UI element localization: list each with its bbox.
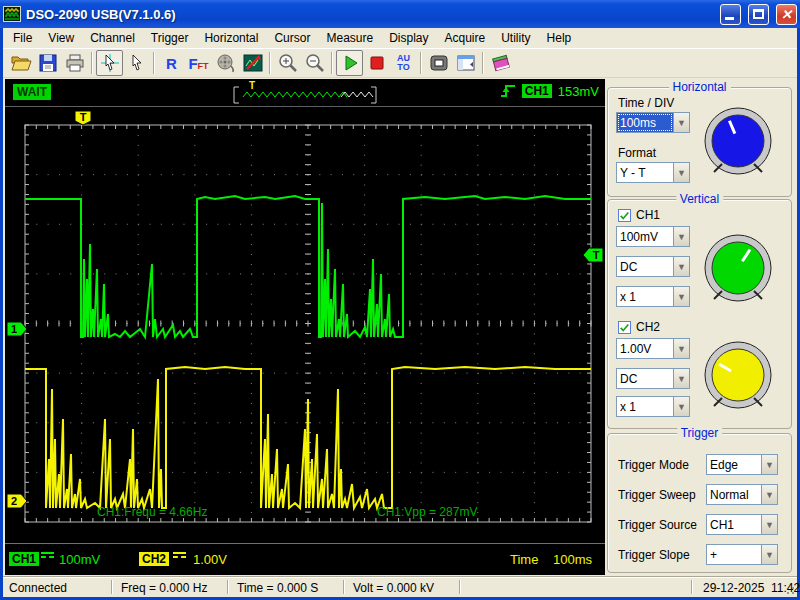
app-logo-icon <box>3 6 21 22</box>
menu-measure[interactable]: Measure <box>318 29 381 47</box>
menu-horizontal[interactable]: Horizontal <box>196 29 266 47</box>
fft-icon: FFT <box>188 56 208 71</box>
ch2-position-knob[interactable] <box>702 340 774 412</box>
fft-button[interactable]: FFT <box>185 50 212 76</box>
trigger-mode-select[interactable]: Edge▼ <box>706 454 778 475</box>
freq-measurement: CH1:Frequ = 4.66Hz <box>97 505 207 519</box>
time-readout: Time = 0.000 S <box>237 581 318 595</box>
fullscreen-button[interactable] <box>425 50 452 76</box>
save-button[interactable] <box>34 50 61 76</box>
print-button[interactable] <box>61 50 88 76</box>
freq-readout: Freq = 0.000 Hz <box>121 581 207 595</box>
ch2-volt-select[interactable]: 1.00V▼ <box>616 338 690 359</box>
svg-text:1: 1 <box>11 323 17 335</box>
autoset-button[interactable]: AUTO <box>390 50 417 76</box>
ch1-checkbox-label: CH1 <box>636 208 660 222</box>
status-separator <box>343 580 345 594</box>
ch1-checkbox[interactable] <box>618 209 631 222</box>
open-folder-icon <box>10 52 32 74</box>
window-title: DSO-2090 USB(V7.1.0.6) <box>26 7 713 22</box>
time-div-knob[interactable] <box>702 106 774 178</box>
maximize-button[interactable] <box>748 4 769 25</box>
menu-cursor[interactable]: Cursor <box>266 29 318 47</box>
toolbar-separator <box>482 52 484 74</box>
ch2-waveform <box>25 367 591 508</box>
chevron-down-icon: ▼ <box>673 397 689 416</box>
menu-acquire[interactable]: Acquire <box>437 29 494 47</box>
ch1-dc-coupling-icon <box>41 552 54 558</box>
app-window: DSO-2090 USB(V7.1.0.6) ✕ File View Chann… <box>0 0 800 600</box>
help-button[interactable] <box>487 50 514 76</box>
panel-layout-button[interactable] <box>452 50 479 76</box>
trigger-sweep-label: Trigger Sweep <box>618 488 696 502</box>
ch2-scale-badge: CH2 <box>139 552 169 566</box>
trigger-position-widget[interactable]: T <box>234 80 376 103</box>
record-button[interactable] <box>212 50 239 76</box>
cursor-button[interactable] <box>123 50 150 76</box>
ch1-probe-select[interactable]: x 1▼ <box>616 286 690 307</box>
menu-channel[interactable]: Channel <box>82 29 143 47</box>
trigger-slope-label: Trigger Slope <box>618 548 690 562</box>
ch1-volt-select[interactable]: 100mV▼ <box>616 226 690 247</box>
zoom-in-button[interactable] <box>274 50 301 76</box>
status-bar: Connected Freq = 0.000 Hz Time = 0.000 S… <box>3 576 797 597</box>
help-book-icon <box>490 52 512 74</box>
ch1-enable-row[interactable]: CH1 <box>618 208 660 222</box>
stop-icon <box>366 52 388 74</box>
svg-text:2: 2 <box>11 495 17 507</box>
ch2-probe-select[interactable]: x 1▼ <box>616 396 690 417</box>
close-button[interactable]: ✕ <box>776 4 797 25</box>
chevron-down-icon: ▼ <box>673 369 689 388</box>
open-button[interactable] <box>7 50 34 76</box>
start-button[interactable] <box>336 50 363 76</box>
waveform-canvas[interactable]: T 12TT CH1:Frequ = 4.66Hz CH1:Vpp = 287m… <box>5 79 605 575</box>
chevron-down-icon: ▼ <box>761 485 777 504</box>
ch1-position-knob[interactable] <box>702 233 774 305</box>
toolbar-separator <box>420 52 422 74</box>
minimize-button[interactable] <box>720 4 741 25</box>
volt-readout: Volt = 0.000 kV <box>353 581 434 595</box>
menu-help[interactable]: Help <box>539 29 580 47</box>
format-select[interactable]: Y - T▼ <box>616 162 690 183</box>
ch2-checkbox[interactable] <box>618 321 631 334</box>
cursor-crosshair-icon <box>99 52 121 74</box>
time-div-select[interactable]: 100ms▼ <box>616 112 690 133</box>
time-label: Time <box>510 552 538 567</box>
menu-file[interactable]: File <box>5 29 40 47</box>
chevron-down-icon: ▼ <box>761 515 777 534</box>
zoom-in-icon <box>277 52 299 74</box>
ch1-coupling-select[interactable]: DC▼ <box>616 256 690 277</box>
ch1-scale-badge: CH1 <box>9 552 39 566</box>
ch2-coupling-select[interactable]: DC▼ <box>616 368 690 389</box>
scope-display[interactable]: WAIT CH1 153mV T 12TT CH1:Frequ = 4.66Hz <box>5 79 605 575</box>
menu-utility[interactable]: Utility <box>493 29 538 47</box>
ch2-scale-value: 1.00V <box>193 552 227 567</box>
menu-trigger[interactable]: Trigger <box>143 29 197 47</box>
cursor-measure-button[interactable] <box>96 50 123 76</box>
chevron-down-icon: ▼ <box>673 113 689 132</box>
menu-display[interactable]: Display <box>381 29 436 47</box>
status-separator <box>227 580 229 594</box>
waveform-icon <box>242 52 264 74</box>
trigger-slope-select[interactable]: +▼ <box>706 544 778 565</box>
ch2-enable-row[interactable]: CH2 <box>618 320 660 334</box>
trigger-source-select[interactable]: CH1▼ <box>706 514 778 535</box>
trigger-sweep-select[interactable]: Normal▼ <box>706 484 778 505</box>
refresh-button[interactable]: R <box>158 50 185 76</box>
play-icon <box>339 52 361 74</box>
main-area: WAIT CH1 153mV T 12TT CH1:Frequ = 4.66Hz <box>3 78 797 576</box>
menu-view[interactable]: View <box>40 29 82 47</box>
tool-bar: R FFT <box>3 48 797 78</box>
waveform-button[interactable] <box>239 50 266 76</box>
stop-button[interactable] <box>363 50 390 76</box>
resize-grip[interactable] <box>783 583 795 595</box>
zoom-out-button[interactable] <box>301 50 328 76</box>
toolbar-separator <box>153 52 155 74</box>
time-div-label: Time / DIV <box>618 96 674 110</box>
check-icon <box>619 321 630 334</box>
trigger-source-label: Trigger Source <box>618 518 697 532</box>
auto-text-icon: AUTO <box>397 54 410 72</box>
cursor-arrow-icon <box>126 52 148 74</box>
svg-text:T: T <box>249 80 255 91</box>
chevron-down-icon: ▼ <box>673 227 689 246</box>
